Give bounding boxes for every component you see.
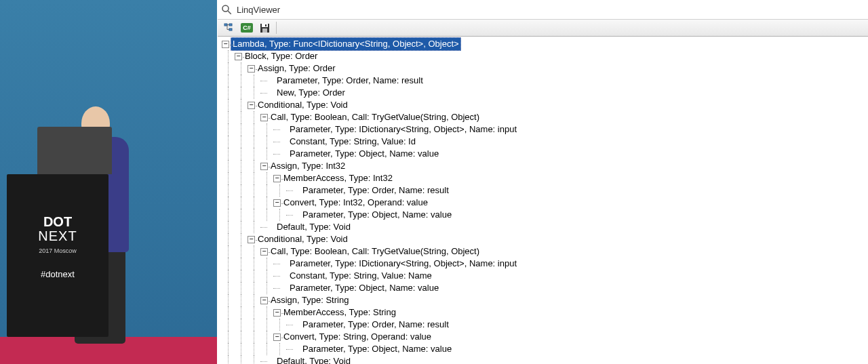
tree-node[interactable]: −Convert, Type: Int32, Operand: value [222,197,868,209]
collapse-icon[interactable]: − [260,248,268,256]
tree-node-label[interactable]: Convert, Type: Int32, Operand: value [282,197,429,209]
tree-node[interactable]: Constant, Type: String, Value: Id [222,136,868,148]
tree-node-label[interactable]: Convert, Type: String, Operand: value [282,331,433,343]
tree-node-label[interactable]: Parameter, Type: Object, Name: value [301,343,453,355]
tree-indent [248,343,260,355]
tree-node[interactable]: −Convert, Type: String, Operand: value [222,331,868,343]
toolbar-separator [276,22,277,34]
expression-tree[interactable]: −Lambda, Type: Func<IDictionary<String, … [218,37,868,364]
tree-node-label[interactable]: Parameter, Type: Object, Name: value [288,148,440,160]
tree-node[interactable]: Parameter, Type: IDictionary<String, Obj… [222,123,868,136]
tree-indent [235,294,248,306]
tree-node[interactable]: −Lambda, Type: Func<IDictionary<String, … [222,38,868,50]
tree-node-label[interactable]: New, Type: Order [275,87,347,99]
tree-node[interactable]: Parameter, Type: IDictionary<String, Obj… [222,258,868,270]
collapse-icon[interactable]: − [235,53,242,60]
save-button[interactable] [257,21,272,35]
tree-indent [235,233,248,245]
tree-node-label[interactable]: Parameter, Type: IDictionary<String, Obj… [288,258,518,270]
tree-node[interactable]: Default, Type: Void [222,221,868,233]
tree-node-label[interactable]: Call, Type: Boolean, Call: TryGetValue(S… [269,245,481,258]
collapse-icon[interactable]: − [260,297,268,304]
tree-node[interactable]: −Conditional, Type: Void [222,233,868,245]
tree-node-label[interactable]: Parameter, Type: Order, Name: result [301,184,450,197]
tree-node[interactable]: Parameter, Type: Order, Name: result [222,319,868,331]
tree-indent [222,75,235,87]
tree-indent [222,99,235,111]
tree-view-button[interactable] [222,21,237,35]
tree-node-label[interactable]: Block, Type: Order [243,50,319,62]
collapse-icon[interactable]: − [273,333,281,341]
tree-node-label[interactable]: Conditional, Type: Void [256,233,349,245]
tree-indent [260,123,273,136]
tree-indent [260,306,273,319]
tree-indent [235,197,248,209]
tree-connector [260,75,269,87]
tree-node-label[interactable]: Parameter, Type: Order, Name: result [275,75,425,87]
tree-indent [248,245,260,258]
tree-node[interactable]: Parameter, Type: Order, Name: result [222,75,868,87]
collapse-icon[interactable]: − [248,236,255,243]
tree-node-label[interactable]: Assign, Type: Int32 [269,160,347,172]
tree-node-label[interactable]: Constant, Type: String, Value: Name [288,270,433,282]
tree-indent [235,282,248,294]
tree-node[interactable]: Default, Type: Void [222,355,868,364]
tree-indent [222,148,235,160]
tree-node-label[interactable]: MemberAccess, Type: String [282,306,397,319]
tree-node-label[interactable]: Constant, Type: String, Value: Id [288,136,417,148]
tree-indent [222,331,235,343]
tree-node-label[interactable]: Parameter, Type: Object, Name: value [301,209,453,221]
collapse-icon[interactable]: − [248,102,255,109]
tree-node-label[interactable]: Default, Type: Void [275,355,352,364]
tree-node[interactable]: −Assign, Type: Order [222,62,868,75]
tree-node-label[interactable]: Conditional, Type: Void [256,99,349,111]
tree-connector [286,343,294,355]
tree-indent [260,343,273,355]
collapse-icon[interactable]: − [222,41,229,48]
collapse-icon[interactable]: − [273,199,281,207]
tree-node[interactable]: −Assign, Type: Int32 [222,160,868,172]
tree-indent [248,75,260,87]
tree-node-label[interactable]: Parameter, Type: Order, Name: result [301,319,450,331]
collapse-icon[interactable]: − [273,175,281,182]
tree-indent [222,343,235,355]
tree-node[interactable]: Parameter, Type: Object, Name: value [222,209,868,221]
tree-leaf-dash [294,209,301,221]
tree-node[interactable]: −Block, Type: Order [222,50,868,62]
tree-node-label[interactable]: Call, Type: Boolean, Call: TryGetValue(S… [269,111,481,123]
tree-indent [235,75,248,87]
tree-node[interactable]: New, Type: Order [222,87,868,99]
tree-node[interactable]: −Conditional, Type: Void [222,99,868,111]
tree-node[interactable]: −Call, Type: Boolean, Call: TryGetValue(… [222,111,868,123]
tree-node-label[interactable]: Parameter, Type: IDictionary<String, Obj… [288,123,518,136]
tree-indent [248,270,260,282]
collapse-icon[interactable]: − [248,65,255,73]
tree-node[interactable]: Constant, Type: String, Value: Name [222,270,868,282]
tree-node-label[interactable]: Parameter, Type: Object, Name: value [288,282,440,294]
tree-indent [222,184,235,197]
tree-node[interactable]: −Call, Type: Boolean, Call: TryGetValue(… [222,245,868,258]
svg-rect-9 [262,28,267,33]
tree-node[interactable]: Parameter, Type: Object, Name: value [222,282,868,294]
collapse-icon[interactable]: − [273,309,281,317]
tree-node-label[interactable]: Default, Type: Void [275,221,352,233]
tree-connector [273,258,281,270]
tree-node-label[interactable]: Assign, Type: Order [256,62,337,75]
tree-node-label[interactable]: Assign, Type: String [269,294,350,306]
svg-rect-2 [224,24,227,26]
tree-node[interactable]: Parameter, Type: Order, Name: result [222,184,868,197]
collapse-icon[interactable]: − [260,114,268,121]
collapse-icon[interactable]: − [260,163,268,170]
tree-node[interactable]: Parameter, Type: Object, Name: value [222,148,868,160]
tree-connector [260,87,269,99]
tree-indent [235,172,248,184]
tree-node-label[interactable]: Lambda, Type: Func<IDictionary<String, O… [231,37,461,51]
tree-leaf-dash [281,270,288,282]
tree-node[interactable]: −MemberAccess, Type: String [222,306,868,319]
tree-node-label[interactable]: MemberAccess, Type: Int32 [282,172,394,184]
tree-node[interactable]: −MemberAccess, Type: Int32 [222,172,868,184]
tree-node[interactable]: Parameter, Type: Object, Name: value [222,343,868,355]
csharp-view-button[interactable]: C# [239,21,254,35]
tree-node[interactable]: −Assign, Type: String [222,294,868,306]
tree-indent [248,184,260,197]
